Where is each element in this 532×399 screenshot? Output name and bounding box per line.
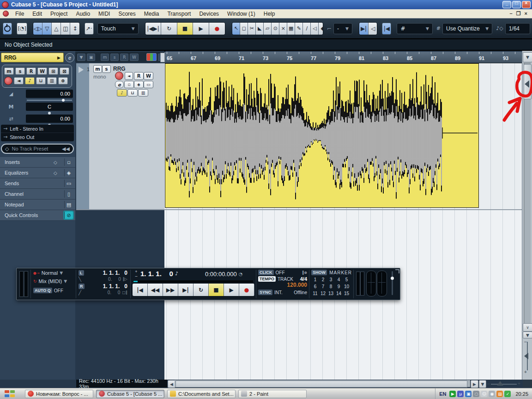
cycle-button[interactable]: ↻	[161, 23, 177, 35]
time-warp-tool[interactable]: ▦	[287, 23, 295, 35]
taskbar-task-opera[interactable]: Новичкам: Вопрос - ...	[25, 390, 93, 398]
record-enable-icon[interactable]	[4, 77, 12, 85]
transport-goto-end-button[interactable]: ▶|	[178, 284, 193, 296]
panel-resize-icon[interactable]	[395, 269, 399, 273]
track-timebase-icon[interactable]: ♪	[117, 89, 127, 97]
transport-panel[interactable]: ●→ Normal ▼ ↻ Mix (MIDI) ▼ AUTO Q OFF L …	[16, 268, 400, 300]
track-colors-button[interactable]	[146, 53, 157, 61]
nudge-down-button[interactable]: –	[135, 274, 137, 278]
record-button[interactable]: ●	[209, 23, 225, 35]
sync-row[interactable]: SYNC INT. Offline	[258, 290, 307, 295]
update-tray-icon[interactable]: ▤	[496, 391, 503, 397]
transport-play-button[interactable]: ▶	[224, 284, 239, 296]
time-display[interactable]: 0:00:00.000 ◔	[205, 271, 242, 278]
transport-cycle-button[interactable]: ↻	[193, 284, 209, 296]
horizontal-scrollbar-thumb[interactable]	[175, 381, 467, 387]
snap-to-zero-button[interactable]: ◁	[369, 23, 377, 35]
automation-mode-dropdown[interactable]: Touch ▼	[97, 23, 139, 34]
taskbar-clock[interactable]: 20:25	[515, 391, 528, 397]
color-dropdown[interactable]: - ▼	[333, 23, 352, 34]
level-slider-thumb[interactable]	[391, 277, 394, 280]
marker-button-1[interactable]: 1	[311, 277, 319, 283]
marker-button-6[interactable]: 6	[311, 284, 319, 290]
color-tool[interactable]: ◆	[319, 23, 323, 35]
record-mode-dropdown[interactable]: ●→ Normal ▼	[33, 270, 63, 276]
language-indicator[interactable]: EN	[439, 391, 446, 397]
level-slider[interactable]	[392, 271, 393, 295]
tempo-row[interactable]: TEMPO TRACK 4/4	[258, 276, 307, 282]
ruler-options-button[interactable]: ▼	[523, 52, 532, 62]
volume-field[interactable]: 0.00	[26, 90, 73, 98]
inspector-solo-button[interactable]: s	[15, 67, 25, 75]
horizontal-zoom-slider[interactable]	[491, 384, 517, 385]
mdi-restore-button[interactable]: ❐	[516, 11, 521, 17]
right-locator-row[interactable]: R 1. 1. 1. 0	[79, 283, 127, 290]
horizontal-zoom-plus[interactable]: +	[518, 381, 520, 386]
menu-item-project[interactable]: Project	[46, 11, 72, 17]
draw-tool[interactable]: ✎	[295, 23, 303, 35]
marker-button-3[interactable]: 3	[327, 277, 335, 283]
ruler-grip[interactable]	[160, 53, 165, 62]
minimize-button[interactable]: _	[502, 1, 511, 8]
taskbar-task-cubase[interactable]: Cubase 5 - [Cubase 5 ...	[96, 390, 164, 398]
stop-button[interactable]: ■	[177, 23, 193, 35]
menu-item-transport[interactable]: Transport	[163, 11, 195, 17]
marker-button-8[interactable]: 8	[327, 284, 335, 290]
menu-item-media[interactable]: Media	[140, 11, 163, 17]
start-button[interactable]	[5, 390, 16, 397]
track-edit-button[interactable]: e	[115, 81, 124, 88]
inspector-section-channel[interactable]: Channel▯	[0, 189, 75, 200]
transport-forward-button[interactable]: ▶▶	[163, 284, 178, 296]
inspector-bypass-button[interactable]: ⊠	[60, 67, 69, 75]
zoom-preset-dropdown[interactable]: ▼	[523, 332, 532, 339]
global-write-button[interactable]: W	[130, 54, 138, 61]
menu-item-scores[interactable]: Scores	[114, 11, 139, 17]
global-read-button[interactable]: R	[120, 54, 128, 61]
input-routing-row[interactable]: → Left - Stereo In	[1, 125, 74, 133]
antivirus-tray-icon[interactable]: ✓	[504, 391, 511, 397]
grid-type-dropdown[interactable]: # ▼	[397, 23, 432, 34]
track-eq-state-icon[interactable]: ◈	[134, 81, 144, 88]
show-info-line-button[interactable]: ▽	[42, 23, 52, 35]
maximize-button[interactable]: □	[512, 1, 521, 8]
vertical-zoom-minus[interactable]: –	[524, 339, 527, 344]
sync-chip[interactable]: SYNC	[258, 290, 272, 295]
scroll-down-chevron-button[interactable]: ∨	[523, 323, 532, 332]
erase-tool[interactable]: ▱	[264, 23, 272, 35]
track-write-button[interactable]: W	[144, 72, 153, 80]
track-solo-button[interactable]: s	[102, 65, 111, 73]
inspector-read-button[interactable]: R	[26, 67, 36, 75]
volume-slider[interactable]	[27, 100, 72, 101]
global-mute-button[interactable]: m	[101, 54, 109, 61]
play-button[interactable]: ▶	[193, 23, 209, 35]
transport-goto-start-button[interactable]: |◀	[133, 284, 148, 296]
track-lanes-icon[interactable]: ▥	[138, 89, 148, 97]
inspector-mute-button[interactable]: m	[4, 67, 14, 75]
transport-record-button[interactable]: ●	[239, 284, 254, 296]
webcam-tray-icon[interactable]: ◉	[489, 391, 495, 397]
pan-slider[interactable]	[27, 113, 72, 114]
menu-item-devices[interactable]: Devices	[195, 11, 223, 17]
quantize-preset-dropdown[interactable]: Use Quantize ▼	[442, 23, 492, 34]
messenger-tray-icon[interactable]: ☺	[481, 391, 487, 397]
click-chip[interactable]: CLICK	[258, 270, 274, 275]
left-locator-row[interactable]: L 1. 1. 1. 0	[79, 270, 127, 276]
open-pool-button[interactable]: ◫	[61, 23, 70, 35]
zoom-preset-dropdown-horizontal[interactable]: ▼	[479, 380, 486, 388]
track-sends-state-icon[interactable]: ▭	[144, 81, 153, 88]
mute-tool[interactable]: ×	[279, 23, 287, 35]
nudge-up-button[interactable]: +	[135, 269, 137, 274]
vertical-zoom-thumb[interactable]	[524, 353, 528, 359]
cycle-record-mode-dropdown[interactable]: ↻ Mix (MIDI) ▼	[33, 278, 67, 284]
horizontal-zoom-minus[interactable]: –	[487, 381, 490, 386]
menu-item-window-1[interactable]: Window (1)	[223, 11, 260, 17]
marker-button-14[interactable]: 14	[335, 290, 343, 297]
track-lock-icon[interactable]: ⊔	[127, 89, 138, 97]
taskbar-task-paint[interactable]: 2 - Paint	[238, 390, 307, 398]
marker-button-15[interactable]: 15	[343, 290, 351, 297]
volume-slider-thumb[interactable]	[62, 99, 65, 102]
taskbar-task-folder[interactable]: C:\Documents and Set...	[167, 390, 236, 398]
menu-item-file[interactable]: File	[11, 11, 28, 17]
global-solo-button[interactable]: s	[110, 54, 119, 61]
inspector-section-quick-controls[interactable]: Quick Controls⊘	[0, 210, 75, 221]
